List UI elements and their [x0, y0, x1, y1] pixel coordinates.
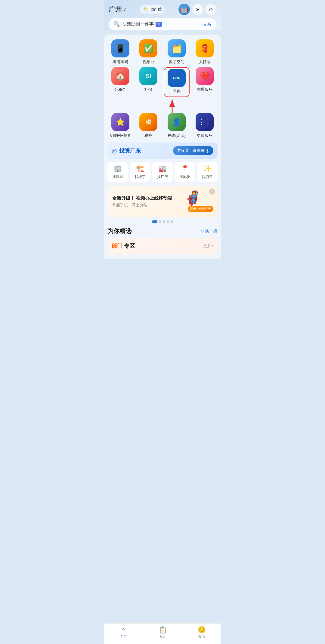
service-item-shebao[interactable]: SI 社保	[136, 67, 162, 97]
project-label: 找项目	[202, 174, 213, 179]
invest-left: ◎ 投资广东	[112, 147, 141, 154]
project-icon: ✨	[203, 165, 211, 173]
invest-cta-button[interactable]: 共发展，赢未来 ❯	[173, 146, 213, 155]
promo-banner[interactable]: × 全新升级！ 视频办上线移动端 拿起手机，马上办理 🦸 视频办全新升级	[107, 186, 218, 217]
zhiyuan-icon: ❤️	[196, 67, 214, 85]
videoban-icon: ✅	[139, 39, 157, 57]
dept-title: 部门 专区	[112, 242, 135, 250]
search-button[interactable]: 搜索	[202, 21, 212, 27]
dept-title-dark: 专区	[124, 243, 135, 249]
promo-text-area: 全新升级！ 视频办上线移动端 拿起手机，马上办理	[112, 195, 183, 208]
invest-cta-arrow: ❯	[206, 149, 209, 153]
highlight-arrow	[154, 97, 190, 113]
gongjijin-label: 公积金	[114, 87, 126, 92]
avatar-button[interactable]: 🤖	[178, 4, 190, 15]
service-item-yueshima[interactable]: 📱 粤省事码	[107, 39, 133, 65]
dot-2[interactable]	[159, 220, 161, 223]
service-item-digital[interactable]: 🗂️ 数字空间	[164, 39, 190, 65]
invest-title: 投资广东	[119, 147, 141, 154]
dept-more-button[interactable]: 更多 ›	[203, 243, 213, 249]
internet-label: 互联网+督查	[109, 133, 131, 138]
search-badge: 新	[156, 22, 162, 27]
service-item-videoban[interactable]: ✅ 视频办	[136, 39, 162, 65]
factory-icon: 🏭	[158, 165, 166, 173]
dept-header: 部门 专区 更多 ›	[112, 242, 213, 250]
tax-icon: 税	[139, 113, 157, 131]
navigation-icon: ➤	[196, 7, 200, 12]
promo-subtitle: 拿起手机，马上办理	[112, 202, 183, 208]
park-icon: 🏢	[114, 165, 122, 173]
gongjijin-icon: 🏠	[111, 67, 129, 85]
carousel-dots	[107, 220, 218, 223]
invest-banner[interactable]: ◎ 投资广东 共发展，赢未来 ❯	[107, 143, 218, 159]
more-icon: ⋮⋮	[196, 113, 214, 131]
search-icon: 🔍	[113, 21, 120, 27]
huzheng-icon: 👤	[168, 113, 186, 131]
avatar-icon: 🤖	[180, 5, 188, 13]
invest-item-building[interactable]: 🏗️ 找楼宇	[130, 162, 150, 182]
promo-title: 全新升级！ 视频办上线移动端	[112, 195, 183, 201]
factory-label: 找厂房	[157, 174, 168, 179]
invest-item-park[interactable]: 🏢 找园区	[107, 162, 128, 182]
building-icon: 🏗️	[136, 165, 144, 173]
shebao-label: 社保	[144, 87, 152, 92]
land-icon: 📍	[181, 165, 189, 173]
featured-title: 为你精选	[107, 227, 132, 235]
promo-character-icon: 🦸	[183, 190, 202, 207]
zhiyuan-label: 志愿服务	[197, 87, 212, 92]
service-item-gongjijin[interactable]: 🏠 公积金	[107, 67, 133, 97]
promo-bold-text: 视频办上线移动端	[136, 195, 172, 201]
shebao-icon: SI	[139, 67, 157, 85]
promo-orange-text: 全新升级！	[112, 195, 135, 201]
yueshima-icon: 📱	[111, 39, 129, 57]
land-label: 找地块	[179, 174, 190, 179]
weather-temp: 25°	[151, 7, 157, 12]
dot-3[interactable]	[163, 220, 165, 223]
digital-label: 数字空间	[169, 59, 184, 65]
refresh-label: 换一换	[205, 228, 218, 234]
location-selector[interactable]: 广州 ∨	[109, 5, 126, 14]
service-item-tax[interactable]: 税 税务	[136, 113, 162, 138]
service-item-zhiyuan[interactable]: ❤️ 志愿服务	[192, 67, 218, 97]
refresh-icon: ↻	[200, 229, 204, 234]
huzheng-label: 户政(治安)	[167, 133, 186, 138]
invest-item-project[interactable]: ✨ 找项目	[197, 162, 218, 182]
record-icon: ⊙	[209, 7, 213, 12]
invest-item-land[interactable]: 📍 找地块	[175, 162, 195, 182]
dot-5[interactable]	[171, 220, 173, 223]
navigation-button[interactable]: ➤	[192, 4, 203, 15]
tax-label: 税务	[144, 133, 152, 138]
invest-cta-text: 共发展，赢未来	[177, 148, 205, 153]
service-grid: 📱 粤省事码 ✅ 视频办 🗂️ 数字空间 🧣 关怀版	[107, 39, 218, 138]
digital-icon: 🗂️	[168, 39, 186, 57]
search-placeholder: 扶残助困一件事	[122, 21, 154, 27]
chs-text: CHS	[172, 75, 181, 80]
record-button[interactable]: ⊙	[206, 4, 216, 15]
location-chevron-icon: ∨	[123, 7, 126, 12]
refresh-button[interactable]: ↻ 换一换	[200, 228, 218, 234]
invest-item-factory[interactable]: 🏭 找厂房	[152, 162, 173, 182]
service-item-yibao[interactable]: CHS 医保	[164, 67, 190, 97]
dept-title-orange: 部门	[112, 243, 122, 249]
park-label: 找园区	[112, 174, 123, 179]
dot-4[interactable]	[167, 220, 169, 223]
dept-section: 部门 专区 更多 ›	[107, 238, 218, 254]
building-label: 找楼宇	[135, 174, 146, 179]
dot-1[interactable]	[152, 220, 157, 223]
yibao-icon: CHS	[168, 69, 186, 87]
yibao-label: 医保	[173, 89, 181, 94]
service-item-internet[interactable]: ⭐ 互联网+督查	[107, 113, 133, 138]
invest-grid: 🏢 找园区 🏗️ 找楼宇 🏭 找厂房 📍 找地块 ✨ 找项目	[107, 162, 218, 182]
promo-tag: 视频办全新升级	[188, 206, 213, 212]
weather-widget: ⛅ 25° 优	[140, 5, 165, 14]
videoban-label: 视频办	[143, 59, 154, 65]
service-item-care[interactable]: 🧣 关怀版	[192, 39, 218, 65]
search-bar[interactable]: 🔍 扶残助困一件事 新 搜索	[109, 18, 216, 30]
weather-quality: 优	[158, 7, 162, 12]
promo-image: 🦸 视频办全新升级	[183, 191, 213, 212]
service-item-huzheng[interactable]: 👤 户政(治安)	[164, 113, 190, 138]
location-name: 广州	[109, 5, 122, 14]
service-item-more[interactable]: ⋮⋮ 更多服务	[192, 113, 218, 138]
weather-icon: ⛅	[143, 6, 150, 13]
internet-icon: ⭐	[111, 113, 129, 131]
